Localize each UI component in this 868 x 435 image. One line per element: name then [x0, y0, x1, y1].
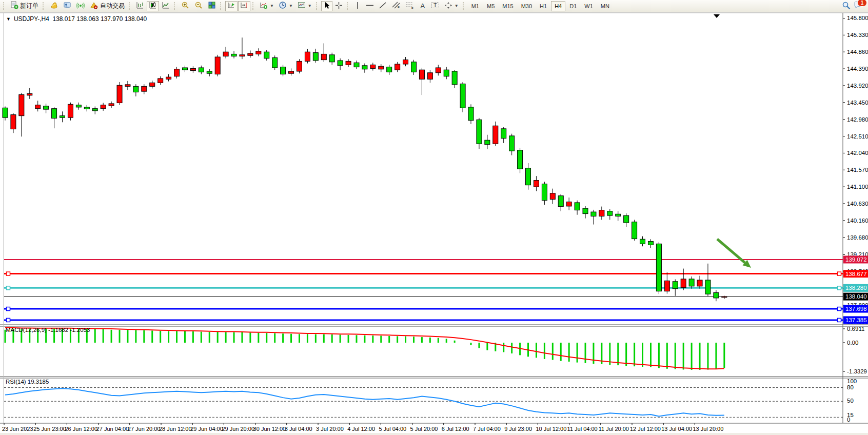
time-axis-label: 23 Jun 2023: [2, 426, 33, 432]
price-tick-label: 140.160: [847, 218, 868, 224]
candle-body: [109, 104, 114, 106]
chart-shift-icon: [240, 1, 248, 11]
candle-body: [395, 64, 400, 70]
candle-body: [656, 244, 661, 291]
candle-body: [460, 84, 465, 108]
rsi-line: [5, 388, 724, 416]
candle-body: [493, 126, 498, 144]
candle-body: [591, 212, 596, 216]
toolbar-grip: [3, 2, 6, 10]
auto-scroll-button[interactable]: [225, 1, 238, 11]
zoom-out-button[interactable]: [192, 1, 205, 11]
candle-body: [223, 52, 228, 56]
vertical-line-button[interactable]: [352, 1, 363, 11]
candle-body: [534, 181, 539, 187]
gold-bar-button[interactable]: [48, 1, 61, 11]
hline-handle[interactable]: [838, 272, 841, 275]
zoom-in-button[interactable]: [179, 1, 192, 11]
templates-button[interactable]: ▼: [295, 1, 314, 11]
price-line-label: 139.072: [845, 256, 867, 263]
candle-body: [632, 222, 637, 239]
price-line-label: 138.280: [845, 285, 867, 291]
autotrading-icon: [90, 2, 98, 11]
crosshair-button[interactable]: [333, 1, 345, 11]
time-axis-label: 29 Jun 04:00: [190, 426, 223, 432]
timeframe-button-M15[interactable]: M15: [499, 1, 517, 11]
chart-canvas[interactable]: 145.800145.330144.860144.390143.920143.4…: [0, 12, 868, 435]
equidistant-channel-button[interactable]: E: [389, 1, 403, 11]
autotrading-button[interactable]: 自动交易: [88, 1, 127, 11]
timeframe-button-D1[interactable]: D1: [566, 1, 580, 11]
candle-body: [607, 211, 613, 215]
auto-scroll-icon: [227, 1, 235, 11]
candle-body: [264, 52, 269, 58]
chart-shift-button[interactable]: [238, 1, 250, 11]
indicators-icon: [260, 1, 268, 11]
hline-handle[interactable]: [7, 272, 10, 275]
toolbar-grip: [252, 2, 255, 10]
new-order-button[interactable]: 新订单: [8, 1, 41, 11]
time-axis-label: 12 Jul 12:00: [630, 426, 661, 432]
hline-handle[interactable]: [7, 318, 10, 322]
price-tick-label: 142.510: [847, 133, 868, 140]
hline-handle[interactable]: [7, 307, 10, 311]
hline-handle[interactable]: [838, 307, 841, 311]
timeframe-group: M1M5M15M30H1H4D1W1MN: [468, 1, 613, 11]
timeframe-button-H1[interactable]: H1: [536, 1, 550, 11]
chart-shift-marker[interactable]: [714, 14, 720, 18]
hline-handle[interactable]: [7, 286, 10, 290]
candle-body: [240, 55, 245, 56]
timeframe-button-M30[interactable]: M30: [518, 1, 536, 11]
vertical-line-icon: [354, 2, 361, 11]
candle-body: [575, 203, 580, 210]
candle-body: [207, 71, 212, 73]
text-button[interactable]: A: [417, 1, 428, 11]
rsi-value: 19.3185: [28, 379, 49, 385]
hline-handle[interactable]: [838, 318, 841, 322]
indicators-button[interactable]: ▼: [258, 1, 276, 11]
timeframe-button-W1[interactable]: W1: [581, 1, 597, 11]
price-tick-label: 141.570: [847, 167, 868, 173]
toolbar-grip: [174, 2, 177, 10]
chat-button[interactable]: 1: [854, 1, 863, 11]
line-chart-button[interactable]: [160, 1, 172, 11]
timeframe-button-MN[interactable]: MN: [597, 1, 613, 11]
periods-button[interactable]: ▼: [277, 1, 295, 11]
text-label-button[interactable]: T: [429, 1, 442, 11]
search-icon[interactable]: [842, 1, 851, 11]
candle-body: [68, 104, 73, 117]
toolbar-grip: [220, 2, 223, 10]
trader-terminal-button[interactable]: [61, 1, 74, 11]
horizontal-line-button[interactable]: [364, 1, 376, 11]
time-axis-label: 27 Jun 20:00: [128, 426, 161, 432]
cursor-button[interactable]: [321, 1, 332, 11]
signal-button[interactable]: [74, 1, 87, 11]
collapse-triangle-icon[interactable]: ▼: [6, 16, 11, 22]
candle-body: [329, 55, 334, 62]
candle-body: [19, 94, 24, 115]
candle-body: [117, 85, 122, 103]
tile-windows-button[interactable]: [206, 1, 218, 11]
arrows-button[interactable]: ▼: [442, 1, 461, 11]
trendline-button[interactable]: [377, 1, 389, 11]
price-tick-label: 145.800: [847, 15, 868, 21]
price-tick-label: 139.680: [847, 234, 868, 241]
time-axis-label: 25 Jun 23:00: [33, 426, 66, 432]
timeframe-button-M5[interactable]: M5: [483, 1, 498, 11]
timeframe-button-H4[interactable]: H4: [551, 1, 565, 11]
candle-body: [272, 57, 278, 68]
time-axis-label: 6 Jul 12:00: [442, 426, 469, 432]
candle-body: [468, 107, 474, 121]
toolbar-grip: [463, 2, 466, 10]
candle-body: [101, 105, 106, 109]
hline-handle[interactable]: [838, 286, 841, 290]
candle-body: [722, 296, 727, 298]
chart-ohlc-header: ▼USDJPY-,H4 138.017 138.063 137.970 138.…: [6, 15, 147, 23]
horizontal-line-icon: [366, 2, 374, 11]
bar-chart-button[interactable]: [134, 1, 146, 11]
toolbar-grip: [129, 2, 132, 10]
timeframe-button-M1[interactable]: M1: [468, 1, 483, 11]
candle-body: [648, 241, 653, 245]
candlestick-chart-button[interactable]: [147, 1, 159, 11]
fibonacci-button[interactable]: F: [403, 1, 417, 11]
